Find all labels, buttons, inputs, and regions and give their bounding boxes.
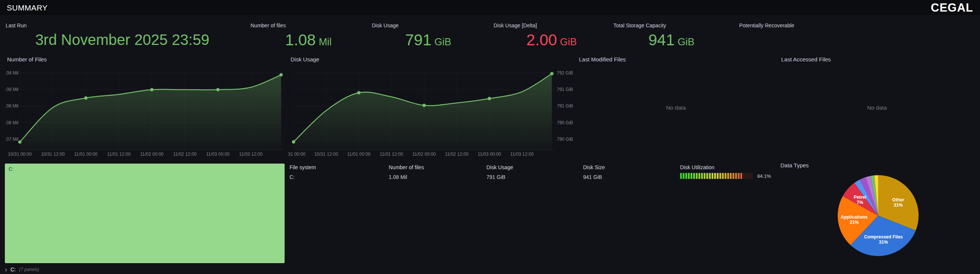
stat-number: 941 [648, 31, 675, 49]
stat-panel-number-of-files: Number of files 1.08Mil [248, 18, 369, 54]
gauge-cell [743, 173, 745, 179]
data-point [357, 91, 361, 94]
pie-slice-percent: 31% [894, 203, 903, 208]
stat-value-3: 2.00GiB [490, 32, 612, 49]
stat-panel-last-run: Last Run 3rd November 2025 23:59 [5, 18, 243, 54]
x-axis-tick-label: 10/31 00:00 [8, 152, 32, 157]
gauge-cell [751, 173, 753, 179]
gauge-cell [722, 173, 724, 179]
gauge-cell [696, 173, 698, 179]
table-header-number-of-files[interactable]: Number of files [389, 164, 424, 170]
stat-unit: GiB [678, 36, 695, 48]
gauge-cell [680, 173, 682, 179]
x-axis-tick-label: 11/01 12:00 [380, 152, 403, 157]
stat-number: 3rd November 2025 23:59 [35, 32, 209, 48]
stat-panel-total-storage: Total Storage Capacity 941GiB [610, 18, 732, 54]
y-axis-tick-label: 791 GiB [557, 103, 573, 109]
table-header-file-system[interactable]: File system [290, 164, 316, 170]
disk-utilization-gauge [680, 173, 755, 179]
gauge-cell [685, 173, 687, 179]
panel-title: Disk Usage [291, 56, 320, 62]
table-header-disk-utilization[interactable]: Disk Utilization [680, 164, 714, 170]
table-cell-number-of-files: 1.08 Mil [389, 174, 407, 180]
gauge-cell [730, 173, 732, 179]
stat-label: Disk Usage [369, 18, 488, 29]
stat-label: Number of files [248, 18, 369, 29]
x-axis-tick-label: 10/31 12:00 [41, 152, 65, 157]
cegal-logo: CEGAL [931, 1, 974, 14]
gauge-cell [740, 173, 742, 179]
pie-slice-label: Other [892, 197, 904, 203]
data-types-pie-chart[interactable]: Other31%Compressed Files31%Applications2… [827, 169, 940, 266]
gauge-cell [693, 173, 695, 179]
last-modified-files-panel: Last Modified Files No data [577, 55, 775, 159]
stat-number: 2.00 [527, 31, 557, 49]
no-data-text: No data [779, 105, 975, 111]
x-axis-tick-label: 11/02 12:00 [173, 152, 197, 157]
treemap-c-drive[interactable]: C: [5, 163, 285, 263]
page-title: SUMMARY [7, 3, 48, 13]
disk-usage-chart[interactable]: 792 GiB791 GiB791 GiB790 GiB790 GiB10/31… [288, 55, 574, 159]
stat-value-1: 1.08Mil [248, 32, 369, 49]
pie-slice-label: Applications [841, 214, 868, 220]
y-axis-tick-label: 790 GiB [557, 137, 573, 142]
treemap-label: C: [9, 166, 13, 172]
data-point [150, 88, 154, 91]
x-axis-tick-label: 11/02 00:00 [412, 152, 436, 157]
y-axis-tick-label: 1.08 Mil [5, 70, 18, 76]
stat-value-4: 941GiB [610, 32, 732, 49]
x-axis-tick-label: 11/02 00:00 [140, 152, 164, 157]
pie-slice-percent: 7% [857, 200, 864, 205]
area-fill [20, 75, 281, 150]
data-point [216, 88, 220, 91]
table-cell-file-system: C: [290, 174, 295, 180]
last-accessed-files-panel: Last Accessed Files No data [779, 55, 975, 159]
stat-unit: GiB [434, 36, 451, 48]
y-axis-tick-label: 1.08 Mil [5, 120, 18, 125]
number-of-files-chart[interactable]: 1.08 Mil1.08 Mil1.08 Mil1.08 Mil1.07 Mil… [5, 55, 285, 159]
area-fill [294, 74, 552, 150]
stat-unit: GiB [560, 36, 577, 48]
y-axis-tick-label: 791 GiB [557, 87, 573, 92]
gauge-cell [709, 173, 711, 179]
gauge-cell [698, 173, 700, 179]
data-types-title: Data Types [780, 162, 809, 168]
gauge-cell [746, 173, 748, 179]
x-axis-tick-label: 10/31 12:00 [314, 152, 338, 157]
x-axis-tick-label: 10/31 00:00 [288, 152, 305, 157]
data-point [550, 72, 554, 75]
data-point [292, 140, 296, 144]
stat-label: Disk Usage [Delta] [490, 18, 612, 29]
gauge-cell [688, 173, 690, 179]
pie-slice-percent: 31% [879, 239, 888, 245]
gauge-cell [682, 173, 684, 179]
stat-label: Total Storage Capacity [610, 18, 732, 29]
pie-slice-label: Compressed Files [864, 234, 903, 239]
gauge-cell [735, 173, 737, 179]
stat-label: Potentially Recoverable [736, 18, 860, 29]
x-axis-tick-label: 11/01 00:00 [347, 152, 371, 157]
gauge-cell [727, 173, 729, 179]
collapsed-row-c-drive[interactable]: › C: (7 panels) [5, 266, 39, 273]
gauge-cell [701, 173, 703, 179]
stat-panel-disk-usage-delta: Disk Usage [Delta] 2.00GiB [490, 18, 612, 54]
stat-panel-potentially-recoverable: Potentially Recoverable [736, 18, 860, 54]
gauge-cell [732, 173, 734, 179]
disk-utilization-value: 84.1% [757, 173, 771, 179]
panel-title: Number of Files [7, 56, 47, 62]
gauge-cell [704, 173, 705, 179]
table-header-disk-usage[interactable]: Disk Usage [487, 164, 514, 170]
x-axis-tick-label: 11/02 12:00 [445, 152, 468, 157]
disk-usage-panel: Disk Usage 792 GiB791 GiB791 GiB790 GiB7… [288, 55, 574, 159]
dashboard: SUMMARY CEGAL Last Run 3rd November 2025… [0, 0, 980, 274]
table-header-disk-size[interactable]: Disk Size [583, 164, 605, 170]
x-axis-tick-label: 11/03 12:00 [511, 152, 534, 157]
x-axis-tick-label: 11/01 12:00 [107, 152, 131, 157]
data-point [422, 104, 426, 107]
table-cell-disk-size: 941 GiB [583, 174, 602, 180]
data-point [488, 97, 491, 100]
stat-unit: Mil [319, 36, 332, 48]
pie-slice-label: Petrel [854, 195, 866, 200]
gauge-cell [706, 173, 708, 179]
stat-number: 791 [405, 31, 431, 49]
